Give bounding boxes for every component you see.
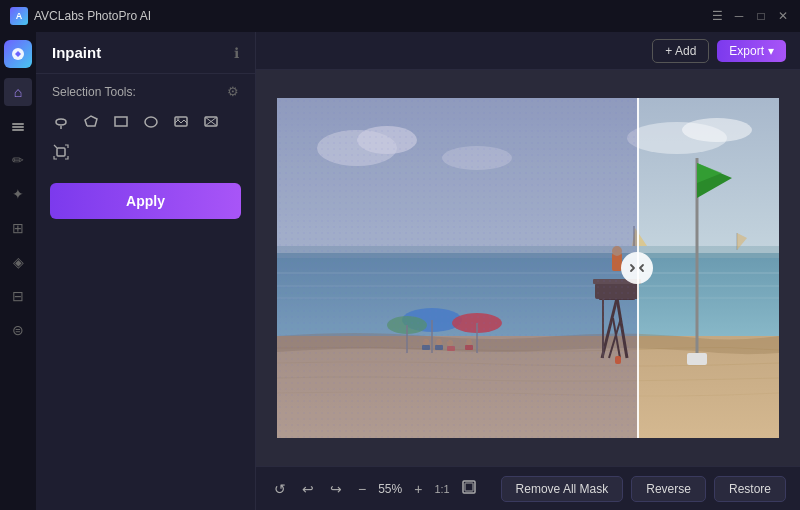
- logo-icon: [4, 40, 32, 68]
- titlebar-controls[interactable]: ☰ ─ □ ✕: [710, 9, 790, 23]
- svg-point-5: [145, 117, 157, 127]
- remove-all-mask-button[interactable]: Remove All Mask: [501, 476, 624, 502]
- app-icon: A: [10, 7, 28, 25]
- rail-icon-puzzle[interactable]: ⊞: [4, 214, 32, 242]
- tool-polygon-lasso[interactable]: [78, 109, 104, 135]
- refresh-button[interactable]: ↺: [270, 479, 290, 499]
- minimize-button[interactable]: ─: [732, 9, 746, 23]
- zoom-out-button[interactable]: −: [354, 479, 370, 499]
- undo-button[interactable]: ↩: [298, 479, 318, 499]
- tool-lasso[interactable]: [48, 109, 74, 135]
- svg-rect-3: [12, 129, 24, 131]
- rail-icon-layers[interactable]: [4, 112, 32, 140]
- tool-expand[interactable]: [48, 139, 74, 165]
- add-button[interactable]: + Add: [652, 39, 709, 63]
- rail-icon-wand[interactable]: ◈: [4, 248, 32, 276]
- bottom-right-buttons: Remove All Mask Reverse Restore: [501, 476, 786, 502]
- bottom-toolbar: ↺ ↩ ↪ − 55% + 1:1 Remove All Mask Revers…: [256, 466, 800, 510]
- export-button[interactable]: Export ▾: [717, 40, 786, 62]
- image-canvas: [256, 70, 800, 466]
- redo-button[interactable]: ↪: [326, 479, 346, 499]
- svg-rect-4: [115, 117, 127, 126]
- svg-rect-57: [277, 98, 637, 438]
- fit-button[interactable]: [458, 478, 480, 499]
- selection-tools-label: Selection Tools:: [52, 85, 136, 99]
- sidebar-title: Inpaint: [52, 44, 101, 61]
- svg-point-20: [682, 118, 752, 142]
- svg-rect-54: [687, 353, 707, 365]
- restore-button[interactable]: Restore: [714, 476, 786, 502]
- zoom-controls: ↺ ↩ ↪ − 55% + 1:1: [270, 478, 480, 499]
- svg-rect-11: [57, 148, 65, 156]
- svg-rect-59: [465, 483, 473, 491]
- titlebar: A AVCLabs PhotoPro AI ☰ ─ □ ✕: [0, 0, 800, 32]
- tool-ellipse[interactable]: [138, 109, 164, 135]
- svg-rect-2: [12, 126, 24, 128]
- icon-rail: ⌂ ✏ ✦ ⊞ ◈ ⊟ ⊜: [0, 32, 36, 510]
- tool-icons-row: [36, 105, 255, 175]
- rail-icon-home[interactable]: ⌂: [4, 78, 32, 106]
- tool-rectangle[interactable]: [108, 109, 134, 135]
- sidebar: Inpaint ℹ Selection Tools: ⚙: [36, 32, 256, 510]
- tool-mask[interactable]: [198, 109, 224, 135]
- svg-rect-1: [12, 123, 24, 125]
- app-name: AVCLabs PhotoPro AI: [34, 9, 151, 23]
- tool-image-select[interactable]: [168, 109, 194, 135]
- canvas-area: + Add Export ▾: [256, 32, 800, 510]
- info-icon[interactable]: ℹ: [234, 45, 239, 61]
- rail-icon-sliders[interactable]: ⊜: [4, 316, 32, 344]
- rail-icon-sparkle[interactable]: ✦: [4, 180, 32, 208]
- main-layout: ⌂ ✏ ✦ ⊞ ◈ ⊟ ⊜ Inpaint ℹ Selection Tools:…: [0, 32, 800, 510]
- slider-handle[interactable]: [621, 252, 653, 284]
- top-toolbar: + Add Export ▾: [256, 32, 800, 70]
- zoom-level: 55%: [378, 482, 402, 496]
- beach-image: [277, 98, 779, 438]
- maximize-button[interactable]: □: [754, 9, 768, 23]
- close-button[interactable]: ✕: [776, 9, 790, 23]
- svg-point-7: [177, 118, 180, 121]
- selection-tools-header: Selection Tools: ⚙: [36, 74, 255, 105]
- zoom-in-button[interactable]: +: [410, 479, 426, 499]
- menu-button[interactable]: ☰: [710, 9, 724, 23]
- sidebar-header: Inpaint ℹ: [36, 32, 255, 74]
- export-chevron-icon: ▾: [768, 44, 774, 58]
- reverse-button[interactable]: Reverse: [631, 476, 706, 502]
- rail-icon-brush[interactable]: ✏: [4, 146, 32, 174]
- gear-icon[interactable]: ⚙: [227, 84, 239, 99]
- ratio-button[interactable]: 1:1: [434, 483, 449, 495]
- titlebar-left: A AVCLabs PhotoPro AI: [10, 7, 151, 25]
- apply-button[interactable]: Apply: [50, 183, 241, 219]
- rail-icon-stack[interactable]: ⊟: [4, 282, 32, 310]
